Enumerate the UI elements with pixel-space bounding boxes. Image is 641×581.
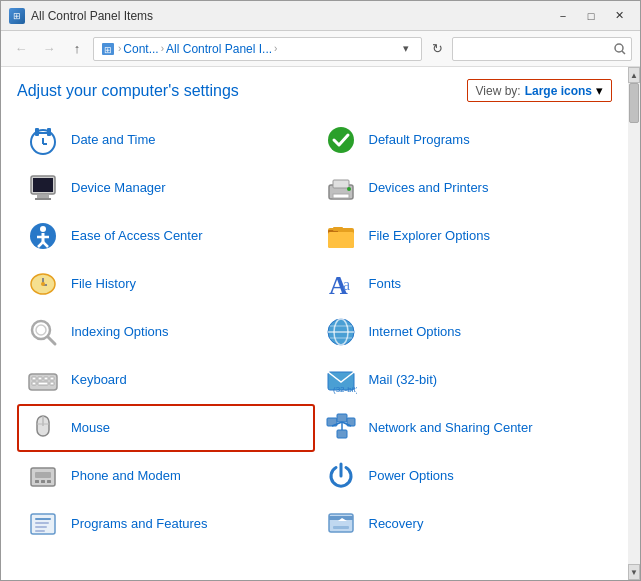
- scrollbar-track: [628, 83, 640, 564]
- svg-rect-65: [35, 480, 39, 483]
- svg-line-36: [48, 337, 55, 344]
- minimize-button[interactable]: −: [550, 6, 576, 26]
- internet-options-icon: [323, 314, 359, 350]
- programs-features-label: Programs and Features: [71, 516, 208, 533]
- title-bar: ⊞ All Control Panel Items − □ ✕: [1, 1, 640, 31]
- phone-modem-label: Phone and Modem: [71, 468, 181, 485]
- content-area: Adjust your computer's settings View by:…: [1, 67, 640, 580]
- main-content: Adjust your computer's settings View by:…: [1, 67, 628, 580]
- file-history-icon: [25, 266, 61, 302]
- svg-point-18: [347, 187, 351, 191]
- svg-rect-49: [38, 382, 48, 385]
- cp-item-recovery[interactable]: Recovery: [315, 500, 613, 548]
- svg-rect-75: [333, 526, 349, 529]
- svg-rect-47: [50, 377, 54, 380]
- svg-rect-70: [35, 522, 49, 524]
- maximize-button[interactable]: □: [578, 6, 604, 26]
- svg-rect-59: [337, 430, 347, 438]
- view-by-control[interactable]: View by: Large icons ▾: [467, 79, 613, 102]
- window-title: All Control Panel Items: [31, 9, 544, 23]
- devices-printers-icon: [323, 170, 359, 206]
- svg-rect-50: [50, 382, 54, 385]
- scrollbar-up-button[interactable]: ▲: [628, 67, 640, 83]
- cp-item-network-sharing[interactable]: Network and Sharing Center: [315, 404, 613, 452]
- cp-item-keyboard[interactable]: Keyboard: [17, 356, 315, 404]
- items-grid: Date and TimeDefault ProgramsDevice Mana…: [17, 116, 612, 548]
- svg-rect-48: [32, 382, 36, 385]
- mouse-icon: [25, 410, 61, 446]
- network-sharing-icon: [323, 410, 359, 446]
- cp-item-indexing[interactable]: Indexing Options: [17, 308, 315, 356]
- indexing-icon: [25, 314, 61, 350]
- view-by-label: View by:: [476, 84, 521, 98]
- recovery-icon: [323, 506, 359, 542]
- svg-point-10: [328, 127, 354, 153]
- default-programs-icon: [323, 122, 359, 158]
- programs-features-icon: [25, 506, 61, 542]
- svg-rect-27: [328, 232, 354, 248]
- cp-item-file-history[interactable]: File History: [17, 260, 315, 308]
- window-icon: ⊞: [9, 8, 25, 24]
- fonts-icon: Aa: [323, 266, 359, 302]
- phone-modem-icon: [25, 458, 61, 494]
- up-button[interactable]: ↑: [65, 37, 89, 61]
- breadcrumb: ⊞ › Cont... › All Control Panel I... ›: [100, 41, 393, 57]
- indexing-label: Indexing Options: [71, 324, 169, 341]
- svg-point-2: [615, 44, 623, 52]
- address-bar: ⊞ › Cont... › All Control Panel I... › ▾: [93, 37, 422, 61]
- power-icon: [323, 458, 359, 494]
- breadcrumb-item-1[interactable]: Cont...: [123, 42, 158, 56]
- close-button[interactable]: ✕: [606, 6, 632, 26]
- forward-button[interactable]: →: [37, 37, 61, 61]
- svg-rect-28: [333, 227, 343, 231]
- svg-point-37: [36, 325, 46, 335]
- cp-item-date-time[interactable]: Date and Time: [17, 116, 315, 164]
- page-header: Adjust your computer's settings View by:…: [17, 79, 612, 102]
- internet-options-label: Internet Options: [369, 324, 462, 341]
- cp-item-ease-access[interactable]: Ease of Access Center: [17, 212, 315, 260]
- svg-rect-17: [333, 194, 349, 198]
- svg-rect-71: [35, 526, 47, 528]
- cp-item-programs-features[interactable]: Programs and Features: [17, 500, 315, 548]
- keyboard-label: Keyboard: [71, 372, 127, 389]
- cp-item-mail[interactable]: (32-bit)Mail (32-bit): [315, 356, 613, 404]
- search-button[interactable]: [612, 41, 628, 57]
- refresh-button[interactable]: ↻: [426, 38, 448, 60]
- cp-item-devices-printers[interactable]: Devices and Printers: [315, 164, 613, 212]
- svg-rect-69: [35, 518, 51, 520]
- cp-item-power[interactable]: Power Options: [315, 452, 613, 500]
- cp-item-mouse[interactable]: Mouse: [17, 404, 315, 452]
- svg-rect-14: [35, 198, 51, 200]
- cp-item-file-explorer[interactable]: File Explorer Options: [315, 212, 613, 260]
- page-title: Adjust your computer's settings: [17, 82, 239, 100]
- scrollbar-thumb[interactable]: [629, 83, 639, 123]
- scrollbar: ▲ ▼: [628, 67, 640, 580]
- back-button[interactable]: ←: [9, 37, 33, 61]
- svg-rect-66: [41, 480, 45, 483]
- cp-item-device-manager[interactable]: Device Manager: [17, 164, 315, 212]
- svg-rect-45: [38, 377, 42, 380]
- svg-rect-72: [35, 530, 45, 532]
- svg-rect-46: [44, 377, 48, 380]
- search-input[interactable]: [452, 37, 632, 61]
- date-time-label: Date and Time: [71, 132, 156, 149]
- ease-access-icon: [25, 218, 61, 254]
- power-label: Power Options: [369, 468, 454, 485]
- cp-item-phone-modem[interactable]: Phone and Modem: [17, 452, 315, 500]
- keyboard-icon: [25, 362, 61, 398]
- control-panel-window: ⊞ All Control Panel Items − □ ✕ ← → ↑ ⊞ …: [0, 0, 641, 581]
- cp-item-internet-options[interactable]: Internet Options: [315, 308, 613, 356]
- svg-rect-7: [35, 132, 51, 134]
- cp-item-fonts[interactable]: AaFonts: [315, 260, 613, 308]
- view-by-dropdown-arrow: ▾: [596, 83, 603, 98]
- devices-printers-label: Devices and Printers: [369, 180, 489, 197]
- svg-rect-57: [337, 414, 347, 422]
- breadcrumb-item-2[interactable]: All Control Panel I...: [166, 42, 272, 56]
- svg-rect-67: [47, 480, 51, 483]
- scrollbar-down-button[interactable]: ▼: [628, 564, 640, 580]
- device-manager-label: Device Manager: [71, 180, 166, 197]
- cp-item-default-programs[interactable]: Default Programs: [315, 116, 613, 164]
- address-dropdown-button[interactable]: ▾: [397, 40, 415, 58]
- mouse-label: Mouse: [71, 420, 110, 437]
- navigation-toolbar: ← → ↑ ⊞ › Cont... › All Control Panel I.…: [1, 31, 640, 67]
